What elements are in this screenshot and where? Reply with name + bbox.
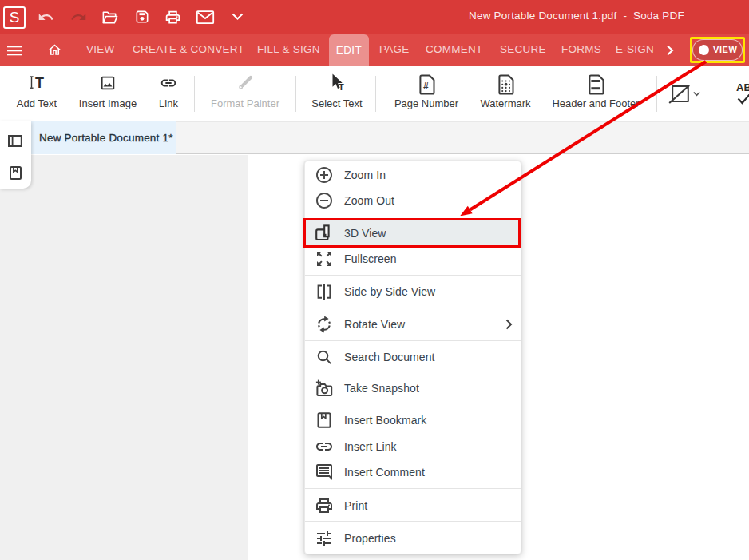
svg-text:#: # — [423, 81, 429, 92]
svg-text:T: T — [35, 75, 44, 91]
svg-text:T: T — [339, 82, 344, 92]
